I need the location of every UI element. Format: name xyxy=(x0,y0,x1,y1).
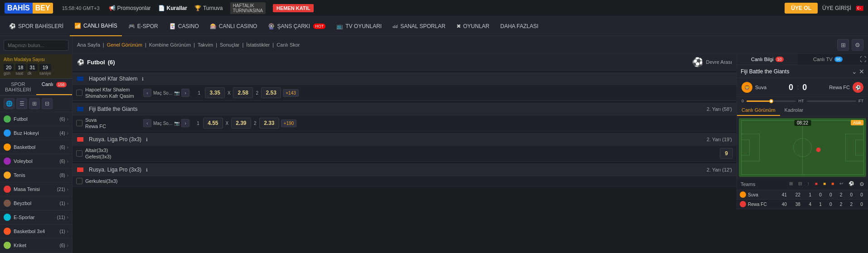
sport-item-buz-hokeyi[interactable]: Buz Hokeyi (4) › xyxy=(0,126,72,140)
score-1: 1 xyxy=(197,91,201,95)
match-checkbox[interactable] xyxy=(76,90,82,96)
sport-item-beyzbol[interactable]: Beyzbol (1) › xyxy=(0,196,72,210)
nav-item-canli[interactable]: 📶 CANLI BAHİS xyxy=(70,16,122,36)
top-nav-tournament-logo[interactable]: HAFTALIKTURNIVASINA xyxy=(230,2,266,14)
next-market-btn[interactable]: › xyxy=(181,89,189,97)
sport-item-esporlar[interactable]: E-Sporlar (11) › xyxy=(0,210,72,224)
breadcrumb-genel[interactable]: Genel Görünüm xyxy=(107,42,142,48)
breadcrumb-canli-skor[interactable]: Canlı Skor xyxy=(276,42,300,48)
russia-info-icon[interactable]: ℹ xyxy=(146,137,148,142)
sport-item-masa-tenisi[interactable]: Masa Tenisi (21) › xyxy=(0,182,72,196)
nav-item-oyunlar[interactable]: ✖ OYUNLAR xyxy=(452,16,494,36)
fiji-more-btn[interactable]: +190 xyxy=(281,119,297,127)
fiji-oddX-btn[interactable]: 2.39 xyxy=(231,118,251,129)
esports-icon: 🎮 xyxy=(128,23,135,29)
fiji-odd2-btn[interactable]: 2.33 xyxy=(259,118,279,129)
tab-canli-bilgi[interactable]: Canlı Bilgi 10 xyxy=(737,54,798,65)
nav-item-more[interactable]: DAHA FAZLASI xyxy=(496,16,543,36)
sport-count: (11) xyxy=(57,215,65,220)
sport-item-kriket[interactable]: Kriket (6) › xyxy=(0,239,72,253)
sport-item-basketbol[interactable]: Basketbol (6) › xyxy=(0,140,72,154)
russia2-checkbox[interactable] xyxy=(76,178,82,184)
odd-2-btn[interactable]: 2.53 xyxy=(261,87,281,98)
field-atak-badge: Atak xyxy=(851,120,863,125)
russia1-checkbox[interactable] xyxy=(76,150,82,157)
view-grid-button[interactable]: ⊞ xyxy=(837,39,849,51)
away-team: Shimahon Kafr Qasim xyxy=(85,93,140,99)
match-checkbox-fiji[interactable] xyxy=(76,120,82,126)
nav-item-espor[interactable]: 🎮 E-SPOR xyxy=(124,16,163,36)
logo[interactable]: BAHİS BEY xyxy=(5,3,53,14)
nav-item-tv[interactable]: 📺 TV OYUNLARI xyxy=(332,16,386,36)
language-flag[interactable]: 🇹🇷 xyxy=(856,5,863,12)
expand-right-btn[interactable]: ⛶ xyxy=(858,54,868,65)
sub-tab-kadrolar[interactable]: Kadrolar xyxy=(780,105,808,116)
russia1-odd-btn[interactable]: 9 xyxy=(720,148,733,159)
col-view-btn[interactable]: ⊟ xyxy=(42,98,53,109)
tab-canli-tv[interactable]: Canlı TV 96 xyxy=(798,54,858,65)
rm-dropdown-btn[interactable]: ⌄ xyxy=(852,68,857,75)
ball-pos xyxy=(816,148,821,152)
match-teams-fiji: Suva Rewa FC xyxy=(85,117,140,129)
sport-item-basketbol3x4[interactable]: Basketbol 3x4 (1) › xyxy=(0,224,72,239)
sport-item-voleybol[interactable]: Voleybol (6) › xyxy=(0,154,72,168)
suva-logo xyxy=(740,191,746,198)
breadcrumb-ana-sayfa[interactable]: Ana Sayfa xyxy=(77,42,100,48)
rm-match-title: Fiji Battle the Giants xyxy=(741,68,852,75)
casino-icon: 🃏 xyxy=(169,23,176,29)
tab-sports[interactable]: SPOR BAHİSLERİ xyxy=(0,79,36,95)
stats-row-rewa: Rewa FC 40 38 4 1 0 2 2 xyxy=(737,200,868,209)
prev-market-btn[interactable]: ‹ xyxy=(143,89,151,97)
nav-item-canli-casino[interactable]: 🎰 CANLI CASINO xyxy=(205,16,262,36)
search-input[interactable] xyxy=(4,40,68,51)
breadcrumb-kombine[interactable]: Kombine Görünüm xyxy=(149,42,191,48)
register-button[interactable]: ÜYE OL xyxy=(785,3,818,14)
panel-football-ball: ⚽ xyxy=(692,57,703,67)
fiji-prev-btn[interactable]: ‹ xyxy=(143,119,151,127)
fiji-market-info: Maç So... 📷 xyxy=(153,121,179,126)
fiji-odd1-btn[interactable]: 4.55 xyxy=(203,118,223,129)
list-view-btn[interactable]: ☰ xyxy=(16,98,27,109)
hot-badge: HOT xyxy=(313,24,325,29)
more-bets-btn[interactable]: +143 xyxy=(283,89,299,97)
score-numbers: 0 : 0 xyxy=(769,83,826,92)
main-content: Ana Sayfa | Genel Görünüm | Kombine Görü… xyxy=(73,36,868,253)
russia2-info-icon[interactable]: ℹ xyxy=(146,167,148,172)
tab-live[interactable]: Canlı 156 xyxy=(36,79,73,95)
settings-button[interactable]: ⚙ xyxy=(852,39,863,51)
score-mid: 0 : 0 xyxy=(769,83,826,92)
nav-item-casino[interactable]: 🃏 CASINO xyxy=(165,16,204,36)
rm-close-btn[interactable]: ✕ xyxy=(859,68,864,75)
odd-1-btn[interactable]: 3.35 xyxy=(205,87,225,98)
nav-item-sans[interactable]: 🎡 ŞANS ÇARKI HOT xyxy=(263,16,330,36)
timer-days: 20 gün xyxy=(4,64,14,76)
top-nav-kurallar[interactable]: 📄 Kurallar xyxy=(158,5,187,11)
breadcrumb-sep3: | xyxy=(194,42,195,48)
fiji-next-btn[interactable]: › xyxy=(181,119,189,127)
esporlar-sport-icon xyxy=(4,214,11,221)
top-nav-turnuva[interactable]: 🏆 Turnuva xyxy=(194,5,223,11)
rewa-stat-7: 2 xyxy=(847,200,858,209)
top-nav-promosyonlar[interactable]: 📢 Promosyonlar xyxy=(109,5,151,11)
sport-name: Basketbol xyxy=(14,144,59,150)
top-nav-join[interactable]: HEMEN KATIL xyxy=(273,4,314,12)
odd-x-btn[interactable]: 2.58 xyxy=(233,87,253,98)
sport-item-tenis[interactable]: Tenis (8) › xyxy=(0,168,72,182)
grid-view-btn[interactable]: ⊞ xyxy=(29,98,40,109)
stats-settings-btn[interactable]: ⚙ xyxy=(859,181,864,187)
login-button[interactable]: ÜYE GİRİŞİ xyxy=(822,5,851,11)
suva-stat-8: 0 xyxy=(858,190,868,200)
globe-view-btn[interactable]: 🌐 xyxy=(4,98,15,109)
sport-name: E-Sporlar xyxy=(14,215,57,220)
nav-item-sanal[interactable]: 🏎 SANAL SPORLAR xyxy=(388,16,450,36)
sub-tab-canli[interactable]: Canlı Görünüm xyxy=(737,105,780,116)
nav-item-spor[interactable]: ⚽ SPOR BAHİSLERİ xyxy=(5,16,68,36)
stat-col-3: ↑ xyxy=(807,181,810,187)
fiji-score-label: 1 xyxy=(197,121,199,126)
sport-item-futbol[interactable]: Futbol (6) › xyxy=(0,112,72,126)
info-icon[interactable]: ℹ xyxy=(142,76,144,81)
breadcrumb-takvim[interactable]: Takvim xyxy=(198,42,213,48)
breadcrumb-sonuclar[interactable]: Sonuçlar xyxy=(220,42,239,48)
suva-stat-7: 0 xyxy=(847,190,858,200)
breadcrumb-istatistikler[interactable]: İstatistikler xyxy=(246,42,270,48)
